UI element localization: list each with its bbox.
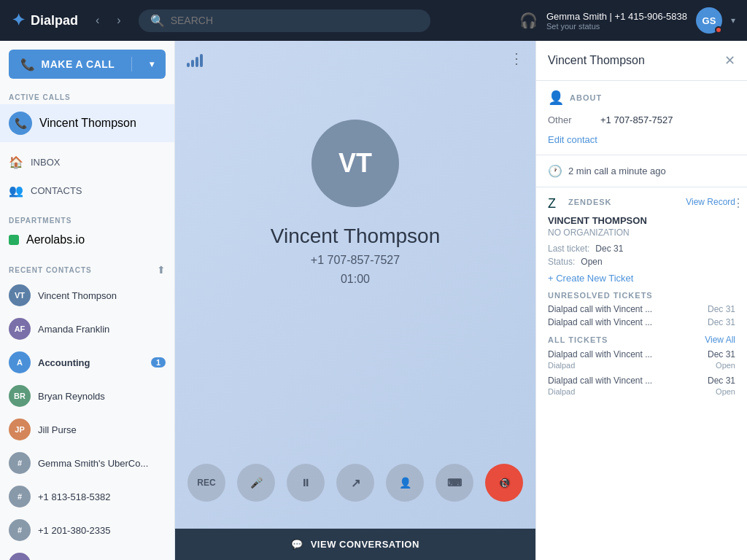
user-details: Gemma Smith | +1 415-906-5838 Set your s…	[546, 11, 687, 31]
nav-back-button[interactable]: ‹	[90, 11, 105, 30]
make-call-left: 📞 MAKE A CALL	[20, 58, 115, 71]
user-name: Gemma Smith | +1 415-906-5838	[546, 11, 687, 22]
list-item[interactable]: #+1 813-518-5382	[0, 480, 174, 513]
logo-icon: ✦	[12, 11, 25, 30]
call-top-bar: ⋮	[175, 41, 535, 76]
logo: ✦ Dialpad	[12, 11, 78, 30]
active-call-icon: 📞	[9, 112, 32, 135]
list-item[interactable]: #Gemma Smith's UberCo...	[0, 446, 174, 480]
search-input[interactable]	[171, 15, 419, 26]
list-item[interactable]: AFAmanda Franklin	[0, 312, 174, 346]
logo-text: Dialpad	[31, 13, 78, 28]
chevron-down-icon[interactable]: ▾	[731, 15, 735, 26]
keypad-button[interactable]: ⌨	[436, 464, 473, 502]
view-record-link[interactable]: View Record	[686, 197, 735, 207]
active-calls-label: ACTIVE CALLS	[0, 88, 174, 104]
headset-icon: 🎧	[519, 12, 538, 29]
contact-avatar: BR	[9, 385, 31, 407]
list-item[interactable]: VTVincent Thompson	[0, 279, 174, 312]
view-conversation-button[interactable]: 💬 VIEW CONVERSATION	[175, 529, 535, 560]
list-item[interactable]: Dialpad call with Vincent ...Dec 31	[548, 304, 735, 314]
last-ticket-date: Dec 31	[595, 244, 623, 254]
list-item[interactable]: AAccounting1	[0, 346, 174, 379]
keypad-icon: ⌨	[447, 477, 462, 489]
list-item[interactable]: BRBryan Reynolds	[0, 379, 174, 413]
person-icon: 👤	[399, 477, 411, 489]
contact-name: +1 201-380-2335	[38, 525, 166, 536]
zendesk-left: Z ZENDESK	[548, 196, 612, 208]
contact-name: +1 813-518-5382	[38, 491, 166, 502]
add-contact-button[interactable]: 👤	[386, 464, 424, 502]
signal-bars	[187, 50, 203, 67]
mute-button[interactable]: 🎤	[237, 464, 275, 502]
user-info: 🎧 Gemma Smith | +1 415-906-5838 Set your…	[519, 7, 735, 34]
active-call-item[interactable]: 📞 Vincent Thompson	[0, 104, 174, 142]
phone-icon: 📞	[20, 58, 36, 71]
other-label: Other	[548, 114, 592, 125]
zd-last-ticket: Last ticket: Dec 31	[548, 244, 735, 254]
ticket-title: Dialpad call with Vincent ...	[548, 376, 652, 386]
sidebar: 📞 MAKE A CALL ▾ ACTIVE CALLS 📞 Vincent T…	[0, 41, 175, 560]
ticket-source: Dialpad	[548, 361, 575, 370]
right-panel: Vincent Thompson ✕ 👤 ABOUT Other +1 707-…	[535, 41, 747, 560]
avatar[interactable]: GS	[696, 7, 722, 34]
contact-avatar: JP	[9, 419, 31, 440]
bar-1	[187, 63, 190, 67]
home-icon: 🏠	[9, 155, 23, 169]
view-all-link[interactable]: View All	[705, 335, 735, 345]
sidebar-item-contacts[interactable]: 👥 CONTACTS	[0, 176, 174, 205]
dept-item[interactable]: Aerolabs.io	[0, 228, 174, 252]
list-item[interactable]: #+1 201-380-2335	[0, 513, 174, 547]
contact-avatar: #	[9, 452, 31, 474]
list-item[interactable]: Dialpad call with Vincent ...Dec 31Dialp…	[548, 376, 735, 396]
list-item[interactable]: Dialpad call with Vincent ...Dec 31	[548, 317, 735, 327]
make-call-button[interactable]: 📞 MAKE A CALL ▾	[9, 50, 166, 79]
contact-name: Amanda Franklin	[38, 324, 166, 335]
zd-status: Status: Open	[548, 257, 735, 267]
nav-forward-button[interactable]: ›	[111, 11, 126, 30]
more-options-icon[interactable]: ⋮	[509, 50, 524, 67]
last-ticket-label: Last ticket:	[548, 244, 589, 254]
contacts-label: CONTACTS	[31, 185, 82, 196]
top-nav: ✦ Dialpad ‹ › 🔍 🎧 Gemma Smith | +1 415-9…	[0, 0, 747, 41]
contact-avatar: #	[9, 519, 31, 541]
user-status: Set your status	[546, 22, 687, 31]
list-item[interactable]: DDialbot	[0, 547, 174, 560]
recent-contacts-header: RECENT CONTACTS ⬆	[0, 258, 174, 279]
search-bar[interactable]: 🔍	[139, 9, 430, 32]
zendesk-logo-icon: Z	[548, 196, 562, 208]
ticket-source: Dialpad	[548, 387, 575, 396]
list-item[interactable]: Dialpad call with Vincent ...Dec 31Dialp…	[548, 349, 735, 370]
contact-avatar: AF	[9, 318, 31, 340]
status-value: Open	[581, 257, 602, 267]
contact-detail-phone: Other +1 707-857-7527	[548, 114, 735, 125]
bar-3	[196, 57, 198, 67]
export-icon[interactable]: ⬆	[157, 264, 166, 276]
close-button[interactable]: ✕	[724, 52, 735, 69]
make-call-divider	[131, 57, 132, 71]
make-call-label: MAKE A CALL	[42, 58, 115, 70]
ticket-title: Dialpad call with Vincent ...	[548, 349, 652, 359]
avatar-initials: GS	[703, 15, 716, 26]
contact-badge: 1	[151, 357, 166, 368]
end-call-icon: 📵	[498, 477, 511, 489]
more-options-panel-icon[interactable]: ⋮	[732, 196, 744, 210]
create-ticket-link[interactable]: + Create New Ticket	[548, 273, 735, 284]
unresolved-tickets-list: Dialpad call with Vincent ...Dec 31Dialp…	[548, 304, 735, 327]
main-layout: 📞 MAKE A CALL ▾ ACTIVE CALLS 📞 Vincent T…	[0, 41, 747, 560]
transfer-button[interactable]: ↗	[336, 464, 374, 502]
edit-contact-link[interactable]: Edit contact	[548, 134, 597, 145]
all-tickets-list: Dialpad call with Vincent ...Dec 31Dialp…	[548, 349, 735, 396]
list-item[interactable]: JPJill Purse	[0, 413, 174, 446]
chevron-down-icon: ▾	[150, 59, 155, 69]
ticket-date: Dec 31	[708, 304, 735, 314]
dept-name: Aerolabs.io	[26, 233, 85, 246]
zendesk-label: ZENDESK	[568, 198, 612, 206]
end-call-button[interactable]: 📵	[485, 464, 523, 502]
ticket-title: Dialpad call with Vincent ...	[548, 317, 702, 327]
hold-button[interactable]: ⏸	[287, 464, 325, 502]
departments-label: DEPARTMENTS	[0, 211, 174, 228]
all-tickets-label: ALL TICKETS	[548, 335, 608, 344]
sidebar-item-inbox[interactable]: 🏠 INBOX	[0, 148, 174, 176]
record-button[interactable]: REC	[187, 464, 225, 502]
